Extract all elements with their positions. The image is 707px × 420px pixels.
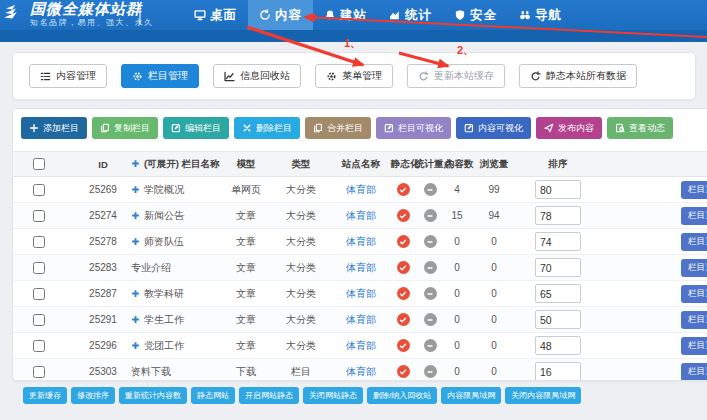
nav-item-desktop[interactable]: 桌面 [183, 0, 248, 30]
footer-button[interactable]: 静态网站 [191, 387, 235, 404]
column-goto-button[interactable]: 栏目直达 [681, 181, 707, 199]
sort-input[interactable] [535, 258, 581, 277]
stat-focus-badge dash-icon[interactable] [424, 287, 437, 300]
action-button[interactable]: 添加栏目 [21, 117, 87, 139]
action-button[interactable]: 查看动态 [607, 117, 673, 139]
footer-button[interactable]: 关闭网站静态 [303, 387, 363, 404]
select-all-checkbox[interactable] [33, 158, 45, 170]
action-button[interactable]: 发布内容 [536, 117, 602, 139]
column-goto-button[interactable]: 栏目直达 [681, 337, 707, 355]
type-cell: 大分类 [271, 255, 331, 281]
nav-item-binoculars[interactable]: 导航 [508, 0, 573, 30]
footer-button[interactable]: 更新缓存 [23, 387, 67, 404]
static-on-badge check-icon[interactable] [397, 313, 410, 326]
column-name-link[interactable]: 学生工作 [144, 314, 184, 325]
sort-input[interactable] [535, 206, 581, 225]
footer-actions: 更新缓存修改排序重新统计内容数静态网站开启网站静态关闭网站静态删除/纳入回收站内… [23, 387, 581, 404]
nav-item-shield[interactable]: 安全 [443, 0, 508, 30]
nav-item-recycle[interactable]: 内容 [248, 0, 313, 30]
footer-button[interactable]: 关闭内容限局域网 [505, 387, 581, 404]
static-on-badge check-icon[interactable] [397, 365, 410, 378]
toolbar-button[interactable]: 菜单管理 [315, 64, 393, 88]
stat-focus-badge dash-icon[interactable] [424, 339, 437, 352]
expand-plus-icon[interactable] [131, 236, 144, 247]
stat-focus-badge dash-icon[interactable] [424, 235, 437, 248]
column-goto-button[interactable]: 栏目直达 [681, 233, 707, 251]
row-checkbox[interactable] [33, 210, 45, 222]
row-checkbox[interactable] [33, 366, 45, 378]
expand-plus-icon[interactable] [131, 288, 144, 299]
sort-input[interactable] [535, 232, 581, 251]
toolbar-button[interactable]: 信息回收站 [213, 64, 301, 88]
column-header: 类型 [271, 152, 331, 177]
nav-item-bell[interactable]: 建站 [313, 0, 378, 30]
footer-button[interactable]: 删除/纳入回收站 [367, 387, 437, 404]
site-name-link[interactable]: 体育部 [346, 288, 376, 299]
site-name-link[interactable]: 体育部 [346, 236, 376, 247]
action-button[interactable]: 合并栏目 [305, 117, 371, 139]
column-header: ID [75, 152, 131, 177]
column-name-link[interactable]: 党团工作 [144, 340, 184, 351]
action-button[interactable]: 复制栏目 [92, 117, 158, 139]
sort-input[interactable] [535, 336, 581, 355]
sort-input[interactable] [535, 362, 581, 381]
site-name-link[interactable]: 体育部 [346, 262, 376, 273]
sort-input[interactable] [535, 180, 581, 199]
action-button[interactable]: 删除栏目 [234, 117, 300, 139]
sort-input[interactable] [535, 310, 581, 329]
toolbar-button[interactable]: 更新本站缓存 [407, 64, 505, 88]
static-on-badge check-icon[interactable] [397, 339, 410, 352]
column-name-link[interactable]: 专业介绍 [131, 262, 171, 273]
column-header: (可展开) 栏目名称 [131, 152, 221, 177]
expand-plus-icon[interactable] [131, 184, 144, 195]
column-name-link[interactable]: 学院概况 [144, 184, 184, 195]
column-goto-button[interactable]: 栏目直达 [681, 285, 707, 303]
action-button[interactable]: 栏目可视化 [376, 117, 451, 139]
column-name-link[interactable]: 教学科研 [144, 288, 184, 299]
footer-button[interactable]: 内容限局域网 [441, 387, 501, 404]
static-on-badge check-icon[interactable] [397, 183, 410, 196]
column-name-link[interactable]: 新闻公告 [144, 210, 184, 221]
static-on-badge check-icon[interactable] [397, 209, 410, 222]
expand-plus-icon[interactable] [131, 314, 144, 325]
expand-plus-icon[interactable] [131, 210, 144, 221]
static-on-badge check-icon[interactable] [397, 261, 410, 274]
stat-focus-badge dash-icon[interactable] [424, 365, 437, 378]
action-button[interactable]: 编辑栏目 [163, 117, 229, 139]
footer-button[interactable]: 修改排序 [71, 387, 115, 404]
footer-button[interactable]: 开启网站静态 [239, 387, 299, 404]
footer-button[interactable]: 重新统计内容数 [119, 387, 187, 404]
column-goto-button[interactable]: 栏目直达 [681, 363, 707, 381]
stat-focus-badge dash-icon[interactable] [424, 183, 437, 196]
nav-item-chart-area[interactable]: 统计 [378, 0, 443, 30]
site-name-link[interactable]: 体育部 [346, 184, 376, 195]
column-goto-button[interactable]: 栏目直达 [681, 311, 707, 329]
stat-focus-badge dash-icon[interactable] [424, 209, 437, 222]
site-name-link[interactable]: 体育部 [346, 210, 376, 221]
row-checkbox[interactable] [33, 236, 45, 248]
static-on-badge check-icon[interactable] [397, 235, 410, 248]
column-goto-button[interactable]: 栏目直达 [681, 207, 707, 225]
toolbar-button[interactable]: 栏目管理 [121, 64, 199, 88]
row-checkbox[interactable] [33, 288, 45, 300]
action-button[interactable]: 内容可视化 [456, 117, 531, 139]
site-name-link[interactable]: 体育部 [346, 314, 376, 325]
toolbar-button[interactable]: 内容管理 [29, 64, 107, 88]
column-name-link[interactable]: 师资队伍 [144, 236, 184, 247]
row-checkbox[interactable] [33, 340, 45, 352]
toolbar-button[interactable]: 静态本站所有数据 [519, 64, 637, 88]
site-name-link[interactable]: 体育部 [346, 340, 376, 351]
sort-input[interactable] [535, 284, 581, 303]
row-action-cell: 栏目直达 [597, 281, 707, 307]
row-checkbox[interactable] [33, 262, 45, 274]
static-on-badge check-icon[interactable] [397, 287, 410, 300]
column-name-link[interactable]: 资料下载 [131, 366, 171, 377]
column-goto-button[interactable]: 栏目直达 [681, 259, 707, 277]
stat-focus-badge dash-icon[interactable] [424, 313, 437, 326]
site-name-link[interactable]: 体育部 [346, 366, 376, 377]
expand-plus-icon[interactable] [131, 340, 144, 351]
stat-focus-badge dash-icon[interactable] [424, 261, 437, 274]
row-checkbox[interactable] [33, 184, 45, 196]
row-checkbox[interactable] [33, 314, 45, 326]
type-cell: 大分类 [271, 229, 331, 255]
